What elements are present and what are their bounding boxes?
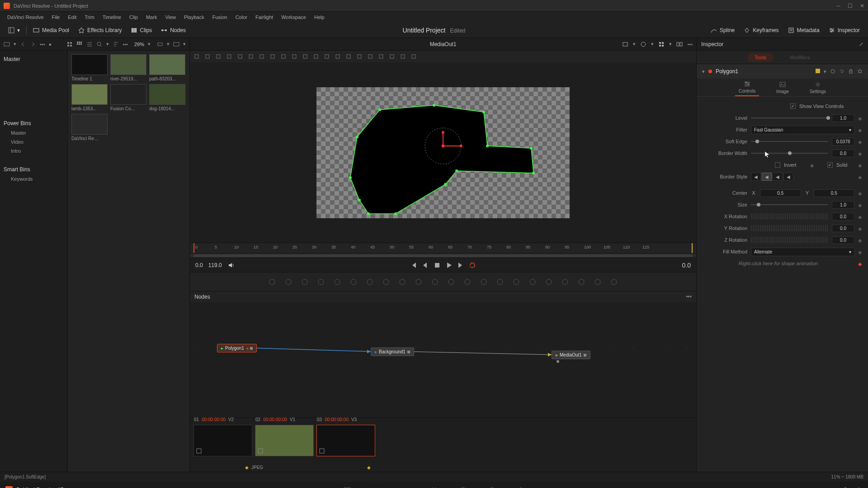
smart-bins-header[interactable]: Smart Bins bbox=[4, 164, 64, 174]
menu-fusion[interactable]: Fusion bbox=[209, 14, 231, 21]
soft-edge-slider[interactable] bbox=[751, 141, 828, 142]
tools-tab[interactable]: Tools bbox=[747, 53, 774, 62]
line-tool-icon[interactable] bbox=[269, 53, 276, 60]
home-icon[interactable] bbox=[842, 486, 849, 488]
wand-tool-icon[interactable] bbox=[389, 53, 395, 60]
color-tool-icon[interactable] bbox=[366, 278, 374, 286]
invert-check[interactable] bbox=[775, 162, 780, 168]
media-pool-button[interactable]: Media Pool bbox=[28, 25, 74, 35]
poly-tool-icon[interactable] bbox=[291, 53, 297, 60]
minimize-button[interactable]: ─ bbox=[836, 3, 840, 9]
ellipse-tool-icon[interactable] bbox=[463, 278, 472, 286]
clip-thumbnail[interactable]: Timeline 1 bbox=[71, 54, 108, 81]
rect-tool-icon[interactable] bbox=[313, 53, 319, 60]
star-icon[interactable] bbox=[857, 69, 863, 74]
current-time[interactable]: 0.0 bbox=[682, 262, 691, 269]
y-rotation-jog[interactable] bbox=[751, 225, 828, 231]
bezier-tool-icon[interactable] bbox=[335, 53, 341, 60]
menu-workspace[interactable]: Workspace bbox=[278, 14, 310, 21]
keyframe-icon[interactable]: ◆ bbox=[858, 174, 863, 179]
menu-timeline[interactable]: Timeline bbox=[99, 14, 125, 21]
blur-tool-icon[interactable] bbox=[382, 278, 390, 286]
menu-help[interactable]: Help bbox=[311, 14, 328, 21]
y-rotation-value[interactable] bbox=[832, 225, 854, 232]
rotate-tool-icon[interactable] bbox=[248, 53, 254, 60]
border-style-3[interactable]: ◀ bbox=[773, 173, 783, 181]
x-rotation-value[interactable] bbox=[832, 213, 854, 221]
metadata-button[interactable]: Metadata bbox=[783, 25, 824, 35]
play-button[interactable] bbox=[445, 261, 453, 269]
fog-tool-icon[interactable] bbox=[610, 278, 618, 286]
keyframe-icon[interactable]: ◆ bbox=[858, 139, 863, 144]
crop-tool-icon[interactable] bbox=[324, 53, 330, 60]
menu-trim[interactable]: Trim bbox=[81, 14, 98, 21]
text-tool-icon[interactable] bbox=[367, 53, 373, 60]
timeline-ruler[interactable]: 0510152025303540455055606570758085909510… bbox=[190, 243, 696, 253]
keyframe-icon[interactable]: ◆ bbox=[858, 214, 863, 219]
level-slider[interactable] bbox=[751, 117, 828, 118]
menu-davinci-resolve[interactable]: DaVinci Resolve bbox=[4, 14, 47, 21]
v2-tool-icon[interactable] bbox=[410, 53, 417, 60]
brush-tool-icon[interactable] bbox=[204, 53, 211, 60]
mask-tool-icon[interactable] bbox=[349, 278, 358, 286]
light-tool-icon[interactable] bbox=[561, 278, 569, 286]
text-tool-icon[interactable] bbox=[301, 278, 309, 286]
inspector-button[interactable]: Inspector bbox=[824, 25, 864, 35]
effects-library-button[interactable]: Effects Library bbox=[74, 25, 126, 35]
x-rotation-jog[interactable] bbox=[751, 213, 828, 220]
more-tool-icon[interactable] bbox=[400, 53, 406, 60]
soft-edge-value[interactable] bbox=[832, 138, 854, 145]
modifiers-tab[interactable]: Modifiers bbox=[783, 53, 817, 62]
node-mediaout1[interactable]: ▸MediaOut1 bbox=[552, 351, 590, 359]
rect2-tool-icon[interactable] bbox=[447, 278, 455, 286]
center-x-value[interactable] bbox=[760, 189, 801, 197]
keyframe-icon[interactable]: ◆ bbox=[858, 226, 863, 230]
keyframes-button[interactable]: Keyframes bbox=[739, 25, 783, 35]
nodes-canvas[interactable]: ▸Polygon1◂ ▸Background1 ▸MediaOut1 bbox=[190, 302, 696, 418]
border-width-slider[interactable] bbox=[751, 153, 828, 154]
menu-file[interactable]: File bbox=[48, 14, 64, 21]
poly2-tool-icon[interactable] bbox=[480, 278, 488, 286]
arrow-tool-icon[interactable] bbox=[193, 53, 200, 60]
menu-edit[interactable]: Edit bbox=[64, 14, 80, 21]
curve-tool-icon[interactable] bbox=[280, 53, 287, 60]
transform-tool-icon[interactable] bbox=[431, 278, 439, 286]
zoom-label[interactable]: 29% bbox=[134, 42, 144, 47]
grid-icon[interactable] bbox=[658, 41, 665, 47]
cut-page-icon[interactable] bbox=[371, 484, 382, 488]
clip-thumbnail[interactable]: DaVinci Re... bbox=[71, 114, 108, 141]
tree-item[interactable]: Video bbox=[4, 137, 64, 146]
node-background1[interactable]: ▸Background1 bbox=[371, 347, 414, 356]
resize-tool-icon[interactable] bbox=[398, 278, 406, 286]
fit-icon[interactable] bbox=[622, 41, 628, 47]
deliver-page-icon[interactable] bbox=[515, 484, 526, 488]
cam-tool-icon[interactable] bbox=[545, 278, 553, 286]
show-view-controls-check[interactable] bbox=[790, 103, 796, 109]
search-icon[interactable] bbox=[96, 41, 103, 47]
solid-check[interactable] bbox=[827, 162, 833, 168]
filter-select[interactable]: Fast Gaussian▾ bbox=[751, 126, 854, 134]
keyframe-icon[interactable]: ◆ bbox=[858, 151, 863, 155]
menu-mark[interactable]: Mark bbox=[142, 14, 160, 21]
ratio-icon[interactable] bbox=[640, 41, 646, 47]
color-page-icon[interactable] bbox=[458, 484, 468, 488]
col-tool-icon[interactable] bbox=[378, 53, 384, 60]
circle-tool-icon[interactable] bbox=[259, 53, 265, 60]
timeline-clip[interactable]: 0200:00:00:00V1 bbox=[255, 425, 314, 456]
clip-thumbnail[interactable]: path-83203... bbox=[149, 54, 185, 81]
bspline-tool-icon[interactable] bbox=[512, 278, 520, 286]
edit-page-icon[interactable] bbox=[400, 484, 410, 488]
fusion-page-icon[interactable] bbox=[429, 484, 439, 488]
menu-fairlight[interactable]: Fairlight bbox=[252, 14, 277, 21]
center-y-value[interactable] bbox=[814, 189, 855, 197]
color-swatch[interactable] bbox=[816, 69, 820, 73]
display-icon[interactable] bbox=[173, 41, 179, 47]
border-width-value[interactable] bbox=[832, 150, 854, 157]
keyframe-icon[interactable]: ◆ bbox=[858, 116, 863, 120]
fairlight-page-icon[interactable] bbox=[486, 484, 497, 488]
loop-button[interactable] bbox=[468, 261, 476, 269]
border-style-4[interactable]: ◀ bbox=[783, 173, 793, 181]
sort-icon[interactable] bbox=[113, 41, 119, 47]
first-frame-button[interactable] bbox=[410, 261, 418, 269]
clip-thumbnail[interactable]: Fusion Co... bbox=[110, 84, 146, 111]
